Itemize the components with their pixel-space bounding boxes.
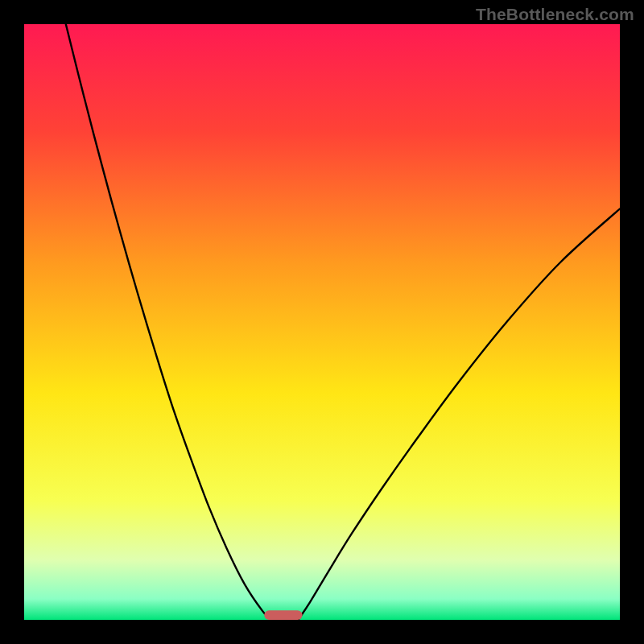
plot-background [24, 24, 620, 620]
optimal-marker [264, 610, 302, 620]
watermark-text: TheBottleneck.com [476, 5, 634, 24]
chart-stage: TheBottleneck.com [0, 0, 644, 644]
bottleneck-chart [0, 0, 644, 644]
